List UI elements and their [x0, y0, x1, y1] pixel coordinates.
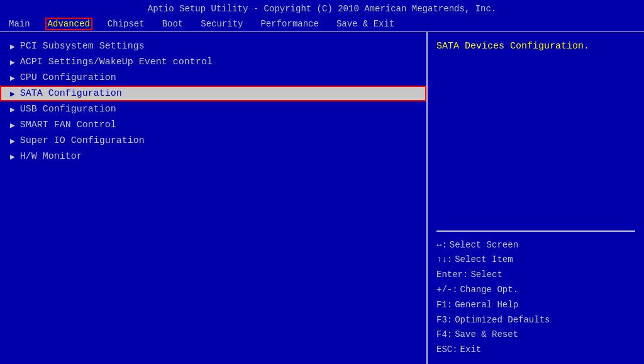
menu-entry-acpi-settingswakeup-event-control[interactable]: ▶ACPI Settings/WakeUp Event control — [0, 54, 426, 70]
arrow-icon: ▶ — [10, 42, 15, 52]
menu-entry-label: CPU Configuration — [20, 72, 116, 83]
arrow-icon: ▶ — [10, 152, 15, 162]
help-key: Enter: — [436, 268, 468, 283]
description-text: SATA Devices Configuration. — [436, 41, 589, 52]
help-line: Enter: Select — [436, 268, 635, 283]
menu-entry-label: Super IO Configuration — [20, 135, 145, 146]
menu-item-save--exit[interactable]: Save & Exit — [334, 18, 397, 30]
title-bar: Aptio Setup Utility - Copyright (C) 2010… — [0, 0, 644, 16]
arrow-icon: ▶ — [10, 136, 15, 146]
arrow-icon: ▶ — [10, 105, 15, 115]
help-key: F4: — [436, 327, 452, 343]
help-line: ↑↓: Select Item — [436, 253, 635, 268]
menu-item-security[interactable]: Security — [198, 18, 245, 30]
help-key: F1: — [436, 298, 452, 313]
help-text: Select Item — [455, 253, 513, 268]
menu-entry-pci-subsystem-settings[interactable]: ▶PCI Subsystem Settings — [0, 38, 426, 54]
left-panel: ▶PCI Subsystem Settings▶ACPI Settings/Wa… — [0, 32, 428, 364]
help-area: ↔: Select Screen↑↓: Select ItemEnter: Se… — [436, 230, 635, 358]
help-key: F3: — [436, 313, 452, 328]
help-text: Save & Reset — [455, 327, 518, 343]
menu-item-performance[interactable]: Performance — [258, 18, 321, 30]
menu-entry-label: PCI Subsystem Settings — [20, 41, 145, 52]
menu-entry-sata-configuration[interactable]: ▶SATA Configuration — [0, 86, 426, 101]
menu-entry-super-io-configuration[interactable]: ▶Super IO Configuration — [0, 133, 426, 149]
title-text: Aptio Setup Utility - Copyright (C) 2010… — [148, 4, 497, 14]
help-text: Select Screen — [450, 238, 518, 253]
help-key: ESC: — [436, 343, 458, 358]
description-area: SATA Devices Configuration. — [436, 38, 635, 52]
main-content: ▶PCI Subsystem Settings▶ACPI Settings/Wa… — [0, 32, 644, 364]
menu-entry-hw-monitor[interactable]: ▶H/W Monitor — [0, 149, 426, 164]
menu-entry-label: ACPI Settings/WakeUp Event control — [20, 57, 213, 67]
menu-entry-smart-fan-control[interactable]: ▶SMART FAN Control — [0, 117, 426, 133]
arrow-icon: ▶ — [10, 120, 15, 130]
help-text: General Help — [455, 298, 518, 313]
help-text: Exit — [460, 343, 482, 358]
arrow-icon: ▶ — [10, 89, 15, 99]
help-text: Optimized Defaults — [455, 313, 550, 328]
menu-entry-label: SATA Configuration — [20, 88, 122, 99]
menu-entry-label: USB Configuration — [20, 104, 116, 115]
help-line: F4: Save & Reset — [436, 327, 635, 343]
bios-app: Aptio Setup Utility - Copyright (C) 2010… — [0, 0, 644, 364]
help-key: ↔: — [436, 238, 447, 253]
menu-item-advanced[interactable]: Advanced — [45, 18, 92, 30]
help-line: ↔: Select Screen — [436, 238, 635, 253]
right-panel: SATA Devices Configuration. ↔: Select Sc… — [428, 32, 644, 364]
arrow-icon: ▶ — [10, 73, 15, 83]
menu-entry-cpu-configuration[interactable]: ▶CPU Configuration — [0, 70, 426, 86]
help-key: ↑↓: — [436, 253, 452, 268]
help-text: Change Opt. — [460, 283, 518, 298]
help-line: F1: General Help — [436, 298, 635, 313]
help-line: ESC: Exit — [436, 343, 635, 358]
help-text: Select — [470, 268, 502, 283]
help-line: +/-: Change Opt. — [436, 283, 635, 298]
arrow-icon: ▶ — [10, 57, 15, 67]
menu-entry-label: SMART FAN Control — [20, 120, 116, 130]
menu-bar: MainAdvancedChipsetBootSecurityPerforman… — [0, 16, 644, 32]
menu-item-chipset[interactable]: Chipset — [105, 18, 147, 30]
menu-item-main[interactable]: Main — [6, 18, 33, 30]
menu-item-boot[interactable]: Boot — [160, 18, 186, 30]
menu-entry-usb-configuration[interactable]: ▶USB Configuration — [0, 101, 426, 117]
menu-entry-label: H/W Monitor — [20, 151, 82, 162]
help-line: F3: Optimized Defaults — [436, 313, 635, 328]
help-key: +/-: — [436, 283, 458, 298]
